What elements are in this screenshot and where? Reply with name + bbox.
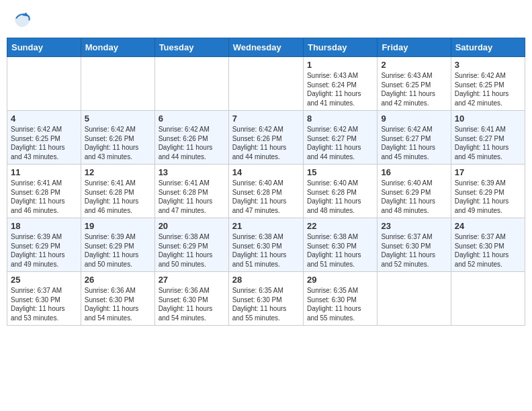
day-info: Sunrise: 6:35 AM Sunset: 6:30 PM Dayligh… <box>307 286 373 322</box>
day-number: 13 <box>159 167 225 177</box>
calendar-cell: 2Sunrise: 6:43 AM Sunset: 6:25 PM Daylig… <box>378 57 451 111</box>
calendar-cell <box>7 57 81 111</box>
calendar-week-5: 25Sunrise: 6:37 AM Sunset: 6:30 PM Dayli… <box>7 272 525 326</box>
day-info: Sunrise: 6:40 AM Sunset: 6:28 PM Dayligh… <box>232 179 300 215</box>
day-info: Sunrise: 6:36 AM Sunset: 6:30 PM Dayligh… <box>85 286 151 322</box>
day-number: 11 <box>11 167 77 177</box>
logo <box>12 9 35 30</box>
day-number: 1 <box>307 60 373 70</box>
calendar-cell: 16Sunrise: 6:40 AM Sunset: 6:29 PM Dayli… <box>378 165 451 218</box>
page-header <box>7 7 525 32</box>
day-number: 24 <box>455 221 521 231</box>
weekday-header-thursday: Thursday <box>303 38 377 57</box>
calendar-week-1: 1Sunrise: 6:43 AM Sunset: 6:24 PM Daylig… <box>7 57 525 111</box>
calendar-cell: 18Sunrise: 6:39 AM Sunset: 6:29 PM Dayli… <box>7 218 81 272</box>
calendar-cell: 3Sunrise: 6:42 AM Sunset: 6:25 PM Daylig… <box>451 57 525 111</box>
calendar-cell <box>154 57 228 111</box>
calendar-cell: 22Sunrise: 6:38 AM Sunset: 6:30 PM Dayli… <box>303 218 377 272</box>
day-number: 7 <box>232 113 300 124</box>
calendar-cell: 10Sunrise: 6:41 AM Sunset: 6:27 PM Dayli… <box>451 111 525 165</box>
day-info: Sunrise: 6:37 AM Sunset: 6:30 PM Dayligh… <box>381 232 447 269</box>
calendar-cell: 26Sunrise: 6:36 AM Sunset: 6:30 PM Dayli… <box>81 272 154 326</box>
weekday-header-monday: Monday <box>81 38 154 57</box>
calendar-cell: 9Sunrise: 6:42 AM Sunset: 6:27 PM Daylig… <box>378 111 451 165</box>
day-number: 4 <box>11 113 77 124</box>
day-info: Sunrise: 6:37 AM Sunset: 6:30 PM Dayligh… <box>11 286 77 322</box>
calendar-week-4: 18Sunrise: 6:39 AM Sunset: 6:29 PM Dayli… <box>7 218 525 272</box>
day-number: 12 <box>85 167 151 177</box>
calendar-cell: 20Sunrise: 6:38 AM Sunset: 6:29 PM Dayli… <box>154 218 228 272</box>
day-info: Sunrise: 6:41 AM Sunset: 6:28 PM Dayligh… <box>159 179 225 215</box>
calendar-cell: 11Sunrise: 6:41 AM Sunset: 6:28 PM Dayli… <box>7 165 81 218</box>
day-number: 20 <box>159 221 225 231</box>
calendar-cell: 12Sunrise: 6:41 AM Sunset: 6:28 PM Dayli… <box>81 165 154 218</box>
day-number: 21 <box>232 221 300 231</box>
day-info: Sunrise: 6:41 AM Sunset: 6:28 PM Dayligh… <box>85 179 151 215</box>
day-info: Sunrise: 6:39 AM Sunset: 6:29 PM Dayligh… <box>11 232 77 269</box>
day-number: 6 <box>159 113 225 124</box>
day-number: 26 <box>85 275 151 285</box>
calendar-cell: 15Sunrise: 6:40 AM Sunset: 6:28 PM Dayli… <box>303 165 377 218</box>
day-number: 23 <box>381 221 447 231</box>
day-info: Sunrise: 6:43 AM Sunset: 6:25 PM Dayligh… <box>381 71 447 107</box>
day-info: Sunrise: 6:42 AM Sunset: 6:25 PM Dayligh… <box>455 71 521 107</box>
day-info: Sunrise: 6:41 AM Sunset: 6:28 PM Dayligh… <box>11 179 77 215</box>
weekday-header-wednesday: Wednesday <box>228 38 303 57</box>
calendar-cell <box>378 272 451 326</box>
calendar-cell: 29Sunrise: 6:35 AM Sunset: 6:30 PM Dayli… <box>303 272 377 326</box>
calendar-cell <box>228 57 303 111</box>
calendar-cell: 13Sunrise: 6:41 AM Sunset: 6:28 PM Dayli… <box>154 165 228 218</box>
day-number: 17 <box>455 167 521 177</box>
day-number: 18 <box>11 221 77 231</box>
calendar-cell: 7Sunrise: 6:42 AM Sunset: 6:26 PM Daylig… <box>228 111 303 165</box>
day-info: Sunrise: 6:42 AM Sunset: 6:27 PM Dayligh… <box>381 125 447 161</box>
day-number: 25 <box>11 275 77 285</box>
calendar-cell: 28Sunrise: 6:35 AM Sunset: 6:30 PM Dayli… <box>228 272 303 326</box>
day-number: 2 <box>381 60 447 70</box>
calendar-week-3: 11Sunrise: 6:41 AM Sunset: 6:28 PM Dayli… <box>7 165 525 218</box>
day-info: Sunrise: 6:38 AM Sunset: 6:29 PM Dayligh… <box>159 232 225 269</box>
calendar-cell: 19Sunrise: 6:39 AM Sunset: 6:29 PM Dayli… <box>81 218 154 272</box>
weekday-header-saturday: Saturday <box>451 38 525 57</box>
day-info: Sunrise: 6:35 AM Sunset: 6:30 PM Dayligh… <box>232 286 300 322</box>
weekday-header-row: SundayMondayTuesdayWednesdayThursdayFrid… <box>7 38 525 57</box>
calendar-week-2: 4Sunrise: 6:42 AM Sunset: 6:25 PM Daylig… <box>7 111 525 165</box>
calendar-cell: 25Sunrise: 6:37 AM Sunset: 6:30 PM Dayli… <box>7 272 81 326</box>
day-number: 19 <box>85 221 151 231</box>
calendar-cell: 5Sunrise: 6:42 AM Sunset: 6:26 PM Daylig… <box>81 111 154 165</box>
day-number: 28 <box>232 275 300 285</box>
day-number: 9 <box>381 113 447 124</box>
weekday-header-sunday: Sunday <box>7 38 81 57</box>
day-number: 10 <box>455 113 521 124</box>
day-info: Sunrise: 6:40 AM Sunset: 6:29 PM Dayligh… <box>381 179 447 215</box>
day-info: Sunrise: 6:39 AM Sunset: 6:29 PM Dayligh… <box>455 179 521 215</box>
day-number: 29 <box>307 275 373 285</box>
logo-icon <box>12 9 32 30</box>
day-info: Sunrise: 6:38 AM Sunset: 6:30 PM Dayligh… <box>307 232 373 269</box>
day-number: 16 <box>381 167 447 177</box>
calendar-cell: 27Sunrise: 6:36 AM Sunset: 6:30 PM Dayli… <box>154 272 228 326</box>
day-info: Sunrise: 6:41 AM Sunset: 6:27 PM Dayligh… <box>455 125 521 161</box>
day-number: 27 <box>159 275 225 285</box>
day-info: Sunrise: 6:39 AM Sunset: 6:29 PM Dayligh… <box>85 232 151 269</box>
day-info: Sunrise: 6:42 AM Sunset: 6:25 PM Dayligh… <box>11 125 77 161</box>
day-info: Sunrise: 6:42 AM Sunset: 6:26 PM Dayligh… <box>232 125 300 161</box>
day-number: 3 <box>455 60 521 70</box>
day-info: Sunrise: 6:40 AM Sunset: 6:28 PM Dayligh… <box>307 179 373 215</box>
day-info: Sunrise: 6:43 AM Sunset: 6:24 PM Dayligh… <box>307 71 373 107</box>
calendar-cell: 23Sunrise: 6:37 AM Sunset: 6:30 PM Dayli… <box>378 218 451 272</box>
day-info: Sunrise: 6:42 AM Sunset: 6:26 PM Dayligh… <box>85 125 151 161</box>
calendar-cell <box>451 272 525 326</box>
day-info: Sunrise: 6:42 AM Sunset: 6:27 PM Dayligh… <box>307 125 373 161</box>
calendar-cell: 1Sunrise: 6:43 AM Sunset: 6:24 PM Daylig… <box>303 57 377 111</box>
calendar-cell: 17Sunrise: 6:39 AM Sunset: 6:29 PM Dayli… <box>451 165 525 218</box>
day-info: Sunrise: 6:37 AM Sunset: 6:30 PM Dayligh… <box>455 232 521 269</box>
calendar-cell: 6Sunrise: 6:42 AM Sunset: 6:26 PM Daylig… <box>154 111 228 165</box>
calendar-cell <box>81 57 154 111</box>
day-number: 8 <box>307 113 373 124</box>
calendar-cell: 14Sunrise: 6:40 AM Sunset: 6:28 PM Dayli… <box>228 165 303 218</box>
day-info: Sunrise: 6:42 AM Sunset: 6:26 PM Dayligh… <box>159 125 225 161</box>
calendar-cell: 21Sunrise: 6:38 AM Sunset: 6:30 PM Dayli… <box>228 218 303 272</box>
weekday-header-tuesday: Tuesday <box>154 38 228 57</box>
day-number: 15 <box>307 167 373 177</box>
